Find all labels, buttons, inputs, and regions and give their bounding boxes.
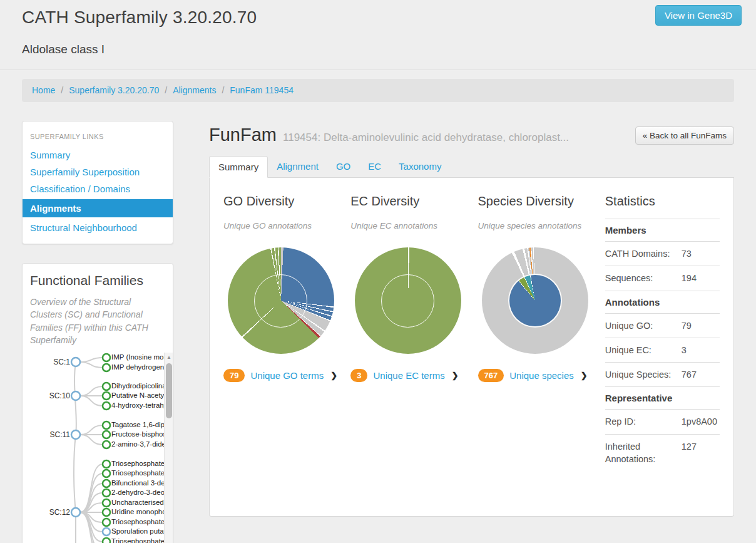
ec-diversity-heading: EC Diversity [350,194,465,209]
stat-label: Rep ID: [605,415,682,428]
ec-diversity-pie-chart[interactable] [355,247,461,354]
sidebar-item-superposition[interactable]: Superfamily Superposition [23,163,173,180]
tab-summary[interactable]: Summary [209,156,268,178]
stats-row-inherited-annotations: Inherited Annotations: 127 [605,434,720,472]
unique-go-terms-link[interactable]: Unique GO terms [250,370,324,381]
pie-inner-ring [254,274,307,328]
funfam-leaf-label[interactable]: Dihydrodipicolinate [111,382,172,390]
chevron-right-icon: ❯ [452,371,459,380]
superfamily-links-header: SUPERFAMILY LINKS [23,124,173,147]
go-diversity-heading: GO Diversity [223,194,338,209]
stat-label: Unique EC: [605,344,682,356]
funfam-node[interactable] [103,538,110,543]
stats-row-unique-ec: Unique EC: 3 [605,338,720,362]
species-row: 767 Unique species ❯ [478,369,593,382]
view-in-gene3d-button[interactable]: View in Gene3D [655,5,742,26]
stat-label: Sequences: [605,272,682,284]
statistics-column: Statistics Members CATH Domains: 73 Sequ… [605,194,720,497]
funfam-node[interactable] [103,431,110,438]
sidebar-item-structural-neighbourhood[interactable]: Structural Neighbourhood [23,219,173,236]
functional-families-tree: SC:1 SC:10 SC:11 SC:12 IMP (Inosine mono… [23,353,173,543]
funfam-title: FunFam [209,125,277,145]
sc-node[interactable] [71,430,80,439]
funfam-node[interactable] [103,470,110,477]
tab-ec[interactable]: EC [359,156,390,177]
ec-count-badge: 3 [350,369,367,382]
funfam-node[interactable] [103,528,110,535]
species-diversity-pie-chart[interactable] [482,247,588,354]
ec-terms-row: 3 Unique EC terms ❯ [350,369,465,382]
scrollbar-thumb[interactable] [166,363,172,418]
chevron-right-icon: ❯ [330,371,337,380]
section-label: Members [605,225,646,235]
funfam-tabs: Summary Alignment GO EC Taxonomy [209,156,734,178]
stats-section-annotations: Annotations [605,291,720,313]
funfam-node[interactable] [103,364,110,371]
species-count-badge: 767 [478,369,504,382]
section-label: Representative [605,393,673,403]
sc-label: SC:10 [49,391,71,400]
stat-label: CATH Domains: [605,247,682,260]
sidebar-item-classification[interactable]: Classification / Domains [23,180,173,197]
funfam-node[interactable] [103,519,110,526]
breadcrumb-alignments[interactable]: Alignments [173,85,216,95]
funfam-node[interactable] [103,460,110,468]
functional-families-title: Functional Families [23,264,173,288]
stat-label: Unique Species: [605,368,682,381]
superfamily-links-panel: SUPERFAMILY LINKS Summary Superfamily Su… [22,121,173,244]
section-label: Annotations [605,297,660,308]
stat-label: Inherited Annotations: [605,440,682,466]
funfam-node[interactable] [103,392,110,400]
funfam-header: FunFam119454: Delta-aminolevulinic acid … [209,121,734,145]
functional-families-description: Overview of the Structural Clusters (SC)… [23,288,173,346]
stat-value: 1pv8A00 [682,415,720,428]
funfam-node[interactable] [103,383,110,390]
funfam-node[interactable] [103,441,110,448]
sc-node[interactable] [71,391,80,400]
tab-alignment[interactable]: Alignment [268,156,327,177]
stat-label: Unique GO: [605,319,682,332]
tab-taxonomy[interactable]: Taxonomy [390,156,450,177]
scrollbar-up-arrow-icon[interactable]: ▲ [165,353,173,363]
species-diversity-subtitle: Unique species annotations [478,221,593,230]
sc-node[interactable] [71,508,80,517]
tree-scrollbar[interactable]: ▲ [164,353,173,543]
stats-row-sequences: Sequences: 194 [605,266,720,290]
page-header: CATH Superfamily 3.20.20.70 View in Gene… [0,0,756,56]
tab-go[interactable]: GO [327,156,359,177]
breadcrumb: Home/Superfamily 3.20.20.70/Alignments/F… [22,79,734,102]
species-diversity-column: Species Diversity Unique species annotat… [478,194,593,497]
stats-row-rep-id: Rep ID: 1pv8A00 [605,409,720,433]
breadcrumb-funfam[interactable]: FunFam 119454 [230,85,294,95]
stats-row-unique-go: Unique GO: 79 [605,313,720,338]
pie-inner-ring [381,274,434,328]
unique-ec-terms-link[interactable]: Unique EC terms [373,370,444,381]
sidebar-item-alignments[interactable]: Alignments [23,199,173,217]
go-count-badge: 79 [223,369,245,382]
sc-node[interactable] [71,358,80,366]
breadcrumb-separator: / [165,85,167,95]
statistics-table: Members CATH Domains: 73 Sequences: 194 … [605,219,720,471]
funfam-node[interactable] [103,354,110,361]
stat-value: 79 [682,319,720,332]
funfam-node[interactable] [103,402,110,410]
funfam-node[interactable] [103,489,110,497]
funfam-node[interactable] [103,509,110,516]
breadcrumb-home[interactable]: Home [32,85,55,95]
back-to-funfams-button[interactable]: « Back to all FunFams [635,127,734,145]
funfam-node[interactable] [103,421,110,429]
funfam-node[interactable] [103,480,110,487]
page-subtitle: Aldolase class I [22,43,734,56]
stats-row-unique-species: Unique Species: 767 [605,362,720,386]
stat-value: 194 [682,272,720,284]
unique-species-link[interactable]: Unique species [509,370,574,381]
main-content: FunFam119454: Delta-aminolevulinic acid … [209,121,734,517]
header-divider [0,70,756,70]
funfam-node[interactable] [103,499,110,507]
ec-diversity-subtitle: Unique EC annotations [350,221,465,230]
summary-panel: GO Diversity Unique GO annotations 79 Un… [209,178,734,517]
sidebar-item-summary[interactable]: Summary [23,147,173,163]
stat-value: 3 [682,344,720,356]
go-diversity-pie-chart[interactable] [228,247,334,354]
breadcrumb-superfamily[interactable]: Superfamily 3.20.20.70 [69,85,159,95]
